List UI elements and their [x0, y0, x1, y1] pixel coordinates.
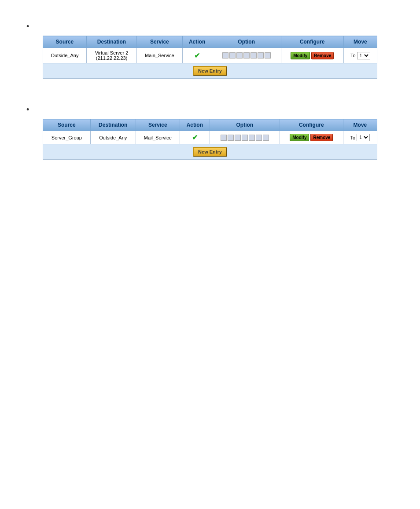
col-header-action-2: Action: [180, 119, 210, 131]
cell-service-2: Mail_Service: [136, 131, 180, 144]
bullet-2: •: [26, 105, 394, 114]
section-1: • Source Destination Service Action Opti…: [26, 22, 394, 79]
col-header-configure-2: Configure: [280, 119, 343, 131]
cell-service-1: Main_Service: [137, 48, 182, 63]
move-select-1[interactable]: 1: [357, 52, 370, 59]
configure-buttons-2: Modify Remove: [284, 134, 339, 141]
action-check-2: ✔: [192, 134, 198, 141]
remove-button-1[interactable]: Remove: [311, 52, 334, 59]
move-select-2[interactable]: 1: [357, 134, 370, 141]
col-header-service-1: Service: [137, 36, 182, 48]
col-header-source-1: Source: [43, 36, 87, 48]
cell-configure-2: Modify Remove: [280, 131, 343, 144]
col-header-destination-2: Destination: [90, 119, 136, 131]
table-header-row-1: Source Destination Service Action Option…: [43, 36, 377, 48]
col-header-service-2: Service: [136, 119, 180, 131]
col-header-configure-1: Configure: [281, 36, 343, 48]
modify-button-2[interactable]: Modify: [290, 134, 309, 141]
move-to-label-2: To: [350, 135, 356, 140]
option-cells-1: [216, 52, 277, 59]
cell-source-1: Outside_Any: [43, 48, 87, 63]
modify-button-1[interactable]: Modify: [291, 52, 310, 59]
option-cell[interactable]: [256, 135, 262, 141]
policy-table-2: Source Destination Service Action Option…: [43, 119, 377, 160]
option-cell[interactable]: [235, 135, 241, 141]
col-header-move-2: Move: [343, 119, 377, 131]
cell-configure-1: Modify Remove: [281, 48, 343, 63]
remove-button-2[interactable]: Remove: [310, 134, 333, 141]
table-wrapper-2: Source Destination Service Action Option…: [43, 119, 377, 160]
action-check-1: ✔: [194, 52, 200, 59]
col-header-action-1: Action: [182, 36, 212, 48]
move-cell-2: To 1: [347, 134, 373, 141]
col-header-option-2: Option: [210, 119, 280, 131]
col-header-move-1: Move: [343, 36, 377, 48]
new-entry-row-1: New Entry: [43, 63, 377, 79]
cell-destination-2: Outside_Any: [90, 131, 136, 144]
option-cell[interactable]: [242, 135, 248, 141]
table-row: Outside_Any Virtual Server 2 (211.22.22.…: [43, 48, 377, 63]
destination-line2-1: (211.22.22.23): [96, 55, 128, 61]
section-2: • Source Destination Service Action Opti…: [26, 105, 394, 160]
cell-move-1: To 1: [343, 48, 377, 63]
option-cell[interactable]: [228, 135, 234, 141]
option-cell[interactable]: [265, 52, 271, 59]
option-cell[interactable]: [243, 52, 250, 59]
move-to-label-1: To: [350, 53, 356, 58]
new-entry-cell-2: New Entry: [43, 144, 377, 160]
configure-buttons-1: Modify Remove: [285, 52, 340, 59]
option-cell[interactable]: [258, 52, 264, 59]
option-cell[interactable]: [249, 135, 255, 141]
col-header-source-2: Source: [43, 119, 91, 131]
option-cell[interactable]: [263, 135, 269, 141]
new-entry-button-1[interactable]: New Entry: [193, 66, 227, 76]
table-wrapper-1: Source Destination Service Action Option…: [43, 36, 377, 79]
cell-destination-1: Virtual Server 2 (211.22.22.23): [86, 48, 136, 63]
col-header-destination-1: Destination: [86, 36, 136, 48]
destination-line1-1: Virtual Server 2: [95, 50, 129, 55]
new-entry-cell-1: New Entry: [43, 63, 377, 79]
cell-move-2: To 1: [343, 131, 377, 144]
bullet-1: •: [26, 22, 394, 31]
move-cell-1: To 1: [347, 52, 373, 59]
table-header-row-2: Source Destination Service Action Option…: [43, 119, 377, 131]
col-header-option-1: Option: [212, 36, 281, 48]
cell-action-1: ✔: [182, 48, 212, 63]
new-entry-row-2: New Entry: [43, 144, 377, 160]
policy-table-1: Source Destination Service Action Option…: [43, 36, 377, 79]
option-cell[interactable]: [251, 52, 257, 59]
new-entry-button-2[interactable]: New Entry: [193, 147, 227, 157]
cell-option-1: [212, 48, 281, 63]
cell-source-2: Server_Group: [43, 131, 91, 144]
option-cell[interactable]: [229, 52, 236, 59]
cell-option-2: [210, 131, 280, 144]
option-cell[interactable]: [221, 135, 227, 141]
cell-action-2: ✔: [180, 131, 210, 144]
table-row: Server_Group Outside_Any Mail_Service ✔: [43, 131, 377, 144]
option-cell[interactable]: [222, 52, 228, 59]
page-container: • Source Destination Service Action Opti…: [0, 0, 420, 509]
option-cells-2: [214, 135, 276, 141]
option-cell[interactable]: [236, 52, 243, 59]
